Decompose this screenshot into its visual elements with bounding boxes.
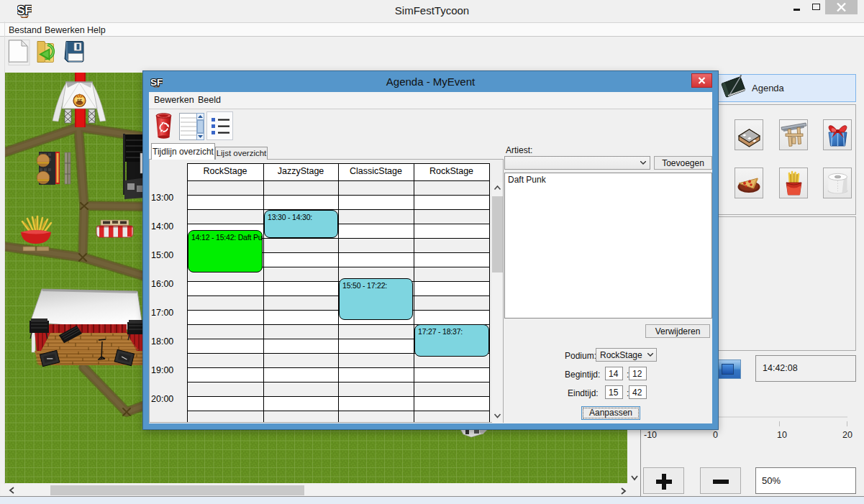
svg-text:SF: SF bbox=[17, 4, 32, 17]
svg-text:SF: SF bbox=[77, 98, 83, 103]
svg-text:SF: SF bbox=[150, 77, 163, 88]
